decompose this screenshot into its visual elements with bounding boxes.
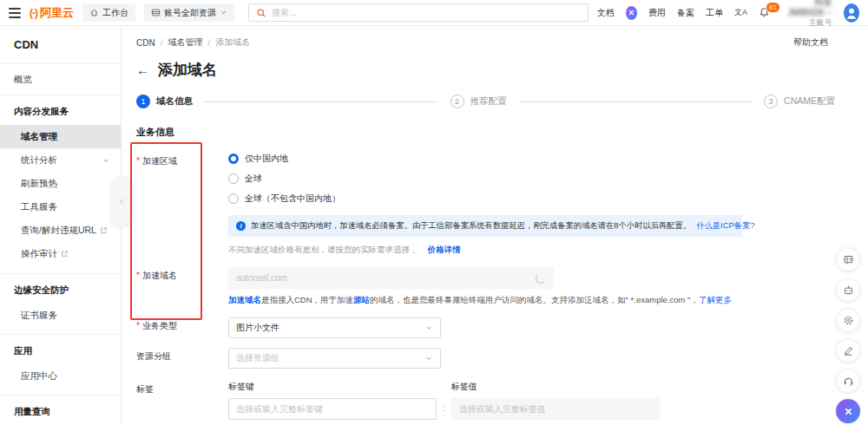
bot-button[interactable] bbox=[836, 278, 860, 302]
price-details-link[interactable]: 价格详情 bbox=[428, 245, 461, 254]
tag-value-input[interactable] bbox=[451, 398, 660, 420]
learn-more-link[interactable]: 了解更多 bbox=[699, 295, 732, 304]
menu-icon[interactable] bbox=[9, 8, 21, 18]
page-title: 添加域名 bbox=[158, 60, 217, 80]
divider bbox=[0, 334, 121, 335]
breadcrumb-current: 添加域名 bbox=[215, 36, 250, 49]
tag-key-label: 标签键 bbox=[228, 381, 437, 393]
nav-docs[interactable]: 文档 bbox=[597, 7, 615, 19]
chevron-down-icon bbox=[102, 156, 110, 165]
step-label: CNAME配置 bbox=[784, 95, 835, 108]
tags-label: 标签 bbox=[136, 381, 228, 396]
tag-value-label: 标签值 bbox=[451, 381, 660, 393]
nav-icp[interactable]: 备案 bbox=[677, 7, 694, 19]
sidebar-item-domain-management[interactable]: 域名管理 bbox=[0, 125, 121, 148]
notifications-button[interactable]: 81 bbox=[759, 7, 770, 18]
radio-china-mainland[interactable]: 仅中国内地 bbox=[228, 153, 842, 165]
business-type-label: 业务类型 bbox=[136, 317, 228, 332]
app: (-) 阿里云 工作台 账号全部资源 搜索... 文档 费用 备案 工单 文A bbox=[0, 0, 868, 425]
domain-label: 加速域名 bbox=[136, 267, 228, 282]
pencil-icon bbox=[843, 345, 854, 356]
chevron-down-icon bbox=[424, 324, 433, 332]
step-recommended-config: 2 推荐配置 bbox=[450, 95, 507, 108]
breadcrumb-cdn[interactable]: CDN bbox=[136, 38, 155, 48]
breadcrumb-domain-management[interactable]: 域名管理 bbox=[168, 36, 202, 49]
step-wizard: 1 域名信息 2 推荐配置 3 CNAME配置 bbox=[136, 95, 842, 108]
sidebar-item-overview[interactable]: 概览 bbox=[0, 68, 121, 91]
what-is-icp-link[interactable]: 什么是ICP备案? bbox=[696, 220, 754, 232]
sidebar-item-refresh-prefetch[interactable]: 刷新预热 bbox=[0, 172, 121, 195]
sidebar-item-label: 查询/解封违规URL bbox=[21, 225, 96, 237]
step-cname-config: 3 CNAME配置 bbox=[764, 95, 835, 108]
radio-icon bbox=[228, 193, 239, 204]
search-input[interactable]: 搜索... bbox=[248, 3, 589, 22]
sidebar-item-label: 应用中心 bbox=[21, 370, 57, 382]
radio-label: 仅中国内地 bbox=[245, 153, 288, 165]
sidebar-item-violation-url[interactable]: 查询/解封违规URL bbox=[0, 219, 121, 242]
business-type-select[interactable]: 图片小文件 bbox=[228, 317, 441, 338]
topbar-right: 文档 费用 备案 工单 文A 81 阿里JM95026··· 主账号 bbox=[597, 0, 859, 28]
sidebar-item-statistics[interactable]: 统计分析 bbox=[0, 148, 121, 172]
price-note: 不同加速区域价格有差别，请按您的实际需求选择 。 价格详情 bbox=[228, 245, 842, 256]
back-arrow-icon[interactable]: ← bbox=[136, 62, 149, 77]
sidebar-item-action-audit[interactable]: 操作审计 bbox=[0, 242, 121, 265]
form-row-region: 加速区域 仅中国内地 全球 全球（不包含中国内地） bbox=[136, 153, 842, 256]
main-content: CDN / 域名管理 / 添加域名 帮助文档 ← 添加域名 1 域名信息 2 推… bbox=[122, 27, 868, 425]
sidebar-item-label: 域名管理 bbox=[21, 131, 57, 143]
topbar: (-) 阿里云 工作台 账号全部资源 搜索... 文档 费用 备案 工单 文A bbox=[0, 0, 868, 26]
sidebar-item-label: 统计分析 bbox=[21, 154, 57, 167]
account-info[interactable]: 阿里JM95026··· 主账号 bbox=[781, 0, 832, 28]
domain-input[interactable] bbox=[228, 267, 554, 289]
resource-group-select[interactable]: 选择资源组 bbox=[228, 348, 441, 369]
sidebar-item-tools[interactable]: 工具服务 bbox=[0, 195, 121, 219]
assistant-app-icon[interactable] bbox=[626, 6, 637, 20]
divider bbox=[0, 95, 121, 95]
avatar[interactable] bbox=[844, 3, 859, 23]
external-link-icon bbox=[61, 250, 69, 258]
nav-billing[interactable]: 费用 bbox=[648, 7, 666, 19]
sidebar-item-label: 概览 bbox=[14, 74, 32, 86]
alibaba-cloud-logo[interactable]: (-) 阿里云 bbox=[30, 5, 74, 21]
help-text: 的域名，也是您最终暴露给终端用户访问的域名。支持添加泛域名，如" *.examp… bbox=[370, 295, 699, 304]
loading-spinner-icon bbox=[536, 273, 546, 284]
chevron-left-icon bbox=[118, 198, 126, 206]
home-icon bbox=[89, 8, 99, 17]
search-placeholder: 搜索... bbox=[272, 7, 296, 19]
resource-group-label: 资源分组 bbox=[136, 348, 228, 363]
settings-button[interactable] bbox=[836, 308, 860, 332]
assistant-logo bbox=[844, 407, 853, 416]
domain-help-text: 加速域名是指接入CDN，用于加速源站的域名，也是您最终暴露给终端用户访问的域名。… bbox=[228, 295, 842, 306]
tag-key-input[interactable] bbox=[228, 398, 437, 420]
step-number: 3 bbox=[764, 95, 778, 108]
radio-global[interactable]: 全球 bbox=[228, 173, 842, 185]
language-icon[interactable]: 文A bbox=[734, 7, 747, 18]
robot-icon bbox=[843, 284, 854, 296]
account-resources-button[interactable]: 账号全部资源 bbox=[144, 3, 234, 22]
feedback-button[interactable] bbox=[836, 338, 860, 363]
support-button[interactable] bbox=[836, 369, 860, 393]
sidebar-collapse-handle[interactable] bbox=[111, 176, 132, 226]
headset-icon bbox=[843, 376, 854, 387]
region-label: 加速区域 bbox=[136, 153, 228, 167]
radio-global-excl-china[interactable]: 全球（不包含中国内地） bbox=[228, 193, 842, 205]
sidebar-item-certificate-service[interactable]: 证书服务 bbox=[0, 304, 121, 327]
account-name: 阿里JM95026··· bbox=[781, 0, 832, 18]
step-connector bbox=[519, 101, 753, 102]
section-title-business-info: 业务信息 bbox=[136, 126, 842, 139]
guide-button[interactable] bbox=[836, 247, 860, 271]
divider bbox=[0, 395, 121, 396]
workbench-button[interactable]: 工作台 bbox=[82, 3, 135, 22]
radio-label: 全球 bbox=[245, 173, 262, 185]
form-row-business-type: 业务类型 图片小文件 bbox=[136, 317, 842, 338]
banner-text: 加速区域含中国内地时，加速域名必须备案。由于工信部备案系统有数据延迟，刚完成备案… bbox=[251, 220, 691, 232]
step-domain-info: 1 域名信息 bbox=[136, 95, 193, 108]
nav-tickets[interactable]: 工单 bbox=[706, 7, 723, 19]
help-docs-link[interactable]: 帮助文档 bbox=[793, 36, 828, 49]
sidebar-section-content-dist: 内容分发服务 bbox=[0, 99, 121, 125]
radio-label: 全球（不包含中国内地） bbox=[245, 193, 340, 205]
divider bbox=[0, 63, 121, 64]
step-number: 1 bbox=[136, 95, 150, 108]
divider bbox=[0, 273, 121, 274]
sidebar-item-app-center[interactable]: 应用中心 bbox=[0, 364, 121, 388]
assistant-button[interactable] bbox=[836, 399, 860, 423]
